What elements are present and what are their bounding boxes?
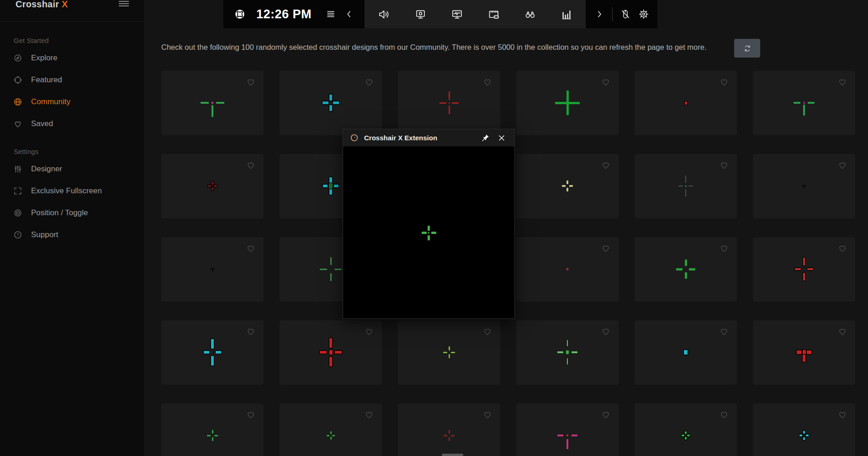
favorite-heart-icon[interactable] (600, 76, 611, 87)
crosshair-tile[interactable] (635, 154, 737, 218)
favorite-heart-icon[interactable] (837, 243, 848, 254)
crosshair-tile[interactable] (753, 154, 855, 218)
favorite-heart-icon[interactable] (837, 76, 848, 87)
favorite-heart-icon[interactable] (600, 243, 611, 254)
sidebar-item-support[interactable]: ?Support (0, 224, 144, 246)
favorite-heart-icon[interactable] (364, 409, 375, 420)
crosshair-tile[interactable] (280, 71, 382, 135)
crosshair-tile[interactable] (635, 403, 737, 456)
xbox-icon (234, 8, 246, 20)
favorite-heart-icon[interactable] (719, 326, 730, 337)
crosshair-tile[interactable] (753, 71, 855, 135)
crosshair-tile[interactable] (161, 403, 264, 456)
sidebar-item-label: Designer (31, 164, 62, 174)
favorite-heart-icon[interactable] (245, 409, 256, 420)
xbox-home-button[interactable] (231, 4, 249, 24)
sidebar-item-label: Position / Toggle (31, 208, 88, 217)
looking-for-group-widget-button[interactable] (512, 0, 548, 28)
app-title-accent: X (62, 0, 68, 9)
game-bar-clock: 12:26 PM (256, 7, 312, 21)
mouse-disabled-icon (620, 9, 631, 20)
widget-menu-button[interactable] (322, 4, 340, 24)
crosshair-tile[interactable] (635, 71, 737, 135)
favorite-heart-icon[interactable] (245, 76, 256, 87)
favorite-heart-icon[interactable] (837, 159, 848, 170)
favorite-heart-icon[interactable] (482, 76, 493, 87)
favorite-heart-icon[interactable] (837, 326, 848, 337)
sidebar-item-label: Exclusive Fullscreen (31, 186, 102, 196)
sidebar-item-label: Saved (31, 119, 53, 128)
sidebar-item-featured[interactable]: Featured (0, 69, 144, 91)
sidebar-item-explore[interactable]: Explore (0, 47, 144, 69)
compass-icon (13, 53, 23, 63)
game-bar-divider (612, 7, 613, 21)
crosshair-tile[interactable] (161, 71, 264, 135)
audio-widget-button[interactable] (365, 0, 402, 28)
rings-icon (13, 208, 23, 218)
crosshair-tile[interactable] (516, 403, 619, 456)
sidebar-item-exclusive-fullscreen[interactable]: Exclusive Fullscreen (0, 180, 144, 202)
crosshair-tile[interactable] (398, 71, 500, 135)
hamburger-menu-icon[interactable] (119, 1, 129, 8)
pin-button[interactable] (477, 131, 493, 145)
crosshair-tile[interactable] (161, 320, 264, 385)
favorite-heart-icon[interactable] (245, 243, 256, 254)
sidebar-item-designer[interactable]: Designer (0, 158, 144, 180)
sidebar-nav: Get StartedExploreFeaturedCommunitySaved… (0, 22, 144, 246)
favorite-heart-icon[interactable] (600, 159, 611, 170)
help-icon: ? (13, 230, 23, 240)
app-title: Crosshair X (16, 0, 68, 10)
capture-widget-button[interactable] (402, 0, 439, 28)
pin-icon (481, 133, 490, 143)
crosshair-x-logo-icon (349, 133, 359, 143)
close-button[interactable] (493, 131, 510, 145)
refresh-button[interactable] (734, 39, 760, 58)
favorite-heart-icon[interactable] (245, 159, 256, 170)
gallery-icon (487, 8, 500, 21)
favorite-heart-icon[interactable] (837, 409, 848, 420)
game-bar-widgets (365, 0, 586, 28)
favorite-heart-icon[interactable] (364, 76, 375, 87)
crosshair-tile[interactable] (753, 403, 855, 456)
gamebar-settings-button[interactable] (635, 4, 653, 24)
favorite-heart-icon[interactable] (600, 409, 611, 420)
crosshair-tile[interactable] (161, 154, 264, 218)
crosshair-tile[interactable] (516, 154, 619, 218)
collapse-button[interactable] (340, 4, 358, 24)
sidebar-item-community[interactable]: Community (0, 91, 144, 113)
extension-preview-area (343, 147, 514, 319)
resources-widget-button[interactable] (548, 0, 585, 28)
close-icon (497, 133, 506, 143)
crosshair-tile[interactable] (635, 320, 737, 385)
favorite-heart-icon[interactable] (600, 326, 611, 337)
crosshair-tile[interactable] (516, 71, 619, 135)
game-bar-left: 12:26 PM (223, 0, 365, 28)
favorite-heart-icon[interactable] (482, 409, 493, 420)
favorite-heart-icon[interactable] (482, 326, 493, 337)
crosshair-tile[interactable] (753, 320, 855, 385)
favorite-heart-icon[interactable] (719, 159, 730, 170)
performance-widget-button[interactable] (439, 0, 475, 28)
favorite-heart-icon[interactable] (364, 326, 375, 337)
crosshair-tile[interactable] (398, 403, 500, 456)
crosshair-tile[interactable] (516, 320, 619, 385)
crosshair-tile[interactable] (280, 320, 382, 385)
crosshair-tile[interactable] (280, 403, 382, 456)
click-through-button[interactable] (616, 4, 635, 24)
crosshair-tile[interactable] (398, 320, 500, 385)
favorite-heart-icon[interactable] (719, 76, 730, 87)
crosshair-tile[interactable] (161, 237, 264, 302)
favorite-heart-icon[interactable] (245, 326, 256, 337)
scrollbar-thumb[interactable] (442, 454, 463, 456)
crosshair-tile[interactable] (516, 237, 619, 302)
crosshair-tile[interactable] (753, 237, 855, 302)
expand-button[interactable] (590, 4, 609, 24)
crosshair-tile[interactable] (635, 237, 737, 302)
extension-titlebar[interactable]: Crosshair X Extension (343, 129, 514, 147)
favorite-heart-icon[interactable] (719, 243, 730, 254)
sidebar-item-saved[interactable]: Saved (0, 113, 144, 135)
sidebar-item-position-toggle[interactable]: Position / Toggle (0, 202, 144, 224)
gallery-widget-button[interactable] (475, 0, 512, 28)
binoculars-icon (524, 8, 536, 21)
favorite-heart-icon[interactable] (719, 409, 730, 420)
